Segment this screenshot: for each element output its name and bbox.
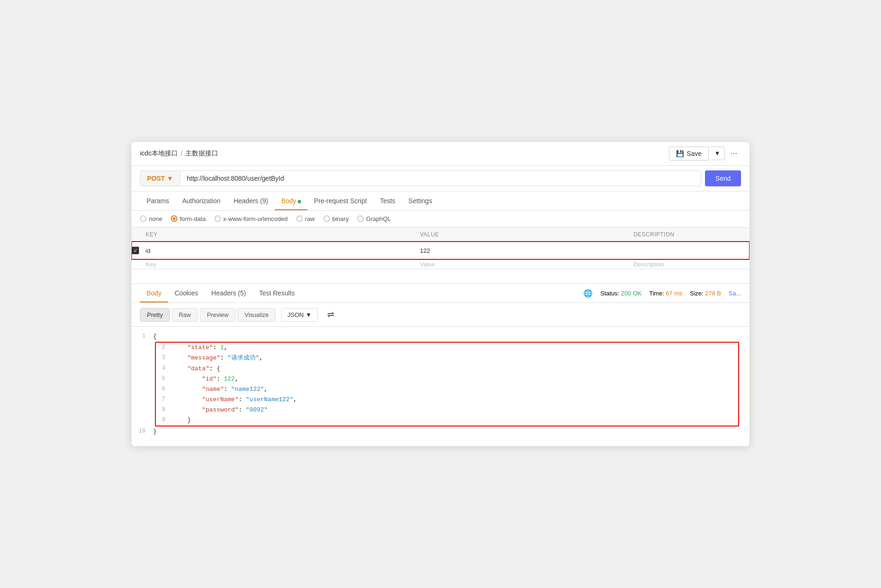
size-label: Size: 278 B — [690, 290, 721, 297]
save-icon: 💾 — [676, 150, 684, 157]
key-placeholder: Key — [139, 256, 162, 272]
json-line-1: 1 { — [136, 331, 741, 342]
tab-body[interactable]: Body — [275, 191, 308, 210]
time-value: 67 ms — [666, 290, 682, 297]
top-bar-actions: 💾 Save ▼ ··· — [669, 147, 741, 161]
size-value: 278 B — [705, 290, 721, 297]
col-description: DESCRIPTION — [627, 228, 749, 242]
save-label: Save — [687, 150, 702, 157]
empty-checkbox-cell — [132, 259, 139, 269]
body-type-raw[interactable]: raw — [296, 215, 315, 222]
radio-form-data — [171, 215, 177, 222]
status-label: Status: 200 OK — [600, 290, 641, 297]
form-table: KEY VALUE DESCRIPTION ✓ — [132, 228, 749, 270]
json-highlight: 2 "state": 1, 3 "message": "请求成功", 4 "da… — [155, 342, 739, 426]
desc-placeholder: Description — [627, 256, 670, 272]
response-tabs-row: Body Cookies Headers (5) Test Results 🌐 … — [132, 284, 749, 303]
json-line-8: 8 "password": "9092" — [156, 405, 738, 415]
format-select[interactable]: JSON ▼ — [281, 308, 318, 322]
body-dot — [298, 200, 301, 203]
radio-binary — [323, 215, 330, 222]
json-line-2: 2 "state": 1, — [156, 343, 738, 353]
chevron-down-icon: ▼ — [714, 150, 720, 157]
value-input[interactable] — [413, 243, 627, 259]
body-type-form-data[interactable]: form-data — [171, 215, 206, 222]
globe-icon: 🌐 — [583, 289, 593, 298]
json-line-6: 6 "name": "name122", — [156, 384, 738, 395]
response-tab-body[interactable]: Body — [140, 284, 168, 302]
row-checkbox-cell: ✓ — [132, 242, 139, 259]
view-raw-button[interactable]: Raw — [172, 308, 198, 322]
tab-tests[interactable]: Tests — [374, 191, 402, 210]
value-placeholder: Value — [413, 256, 441, 272]
radio-graphql — [357, 215, 364, 222]
view-pretty-button[interactable]: Pretty — [140, 308, 170, 322]
status-value: 200 OK — [621, 290, 642, 297]
radio-urlencoded — [214, 215, 221, 222]
view-row: Pretty Raw Preview Visualize JSON ▼ ⇌ — [132, 303, 749, 327]
row-value-cell[interactable] — [413, 242, 627, 259]
save-dropdown-button[interactable]: ▼ — [711, 147, 725, 160]
json-line-9: 9 } — [156, 415, 738, 426]
json-line-7: 7 "userName": "userName122", — [156, 395, 738, 405]
response-tab-headers[interactable]: Headers (5) — [205, 284, 253, 302]
body-type-none[interactable]: none — [140, 215, 162, 222]
json-line-10: 10 } — [136, 426, 741, 437]
method-chevron-icon: ▼ — [167, 175, 173, 182]
format-label: JSON — [287, 311, 304, 318]
json-viewer: 1 { 2 "state": 1, 3 "message": "请求成功", — [132, 327, 749, 446]
response-tab-test-results[interactable]: Test Results — [252, 284, 301, 302]
body-type-graphql[interactable]: GraphQL — [357, 215, 391, 222]
method-select[interactable]: POST ▼ — [140, 170, 180, 186]
checkbox-checked[interactable]: ✓ — [132, 247, 139, 254]
view-visualize-button[interactable]: Visualize — [237, 308, 276, 322]
wrap-button[interactable]: ⇌ — [323, 308, 338, 322]
top-bar: icdc本地接口 / 主数据接口 💾 Save ▼ ··· — [132, 142, 749, 166]
body-type-urlencoded[interactable]: x-www-form-urlencoded — [214, 215, 288, 222]
tab-authorization[interactable]: Authorization — [176, 191, 227, 210]
empty-desc-cell[interactable]: Description — [627, 259, 749, 269]
response-section: Body Cookies Headers (5) Test Results 🌐 … — [132, 283, 749, 446]
empty-value-cell[interactable]: Value — [413, 259, 627, 269]
json-line-3: 3 "message": "请求成功", — [156, 353, 738, 363]
tab-params[interactable]: Params — [140, 191, 176, 210]
col-check — [132, 228, 139, 242]
radio-raw — [296, 215, 303, 222]
tab-headers[interactable]: Headers (9) — [227, 191, 275, 210]
row-key-cell[interactable] — [139, 242, 413, 259]
format-chevron-icon: ▼ — [306, 311, 312, 318]
tab-settings[interactable]: Settings — [402, 191, 439, 210]
body-type-row: none form-data x-www-form-urlencoded raw… — [132, 211, 749, 228]
response-tabs: Body Cookies Headers (5) Test Results — [140, 284, 301, 302]
breadcrumb: icdc本地接口 / 主数据接口 — [140, 149, 218, 158]
breadcrumb-part1: icdc本地接口 — [140, 149, 178, 158]
send-button[interactable]: Send — [705, 170, 741, 186]
more-button[interactable]: ··· — [727, 147, 741, 160]
json-line-4: 4 "data": { — [156, 364, 738, 374]
col-key: KEY — [139, 228, 413, 242]
col-value: VALUE — [413, 228, 627, 242]
breadcrumb-part2: 主数据接口 — [185, 149, 218, 158]
body-type-binary[interactable]: binary — [323, 215, 349, 222]
main-window: icdc本地接口 / 主数据接口 💾 Save ▼ ··· POST ▼ Sen… — [132, 142, 749, 446]
view-preview-button[interactable]: Preview — [200, 308, 235, 322]
save-response-button[interactable]: Sa... — [728, 290, 741, 297]
response-meta: 🌐 Status: 200 OK Time: 67 ms Size: 278 B… — [583, 289, 741, 298]
radio-none — [140, 215, 147, 222]
breadcrumb-separator: / — [181, 150, 183, 157]
table-row-empty: Key Value Description — [132, 259, 749, 269]
save-button[interactable]: 💾 Save — [669, 147, 709, 161]
json-line-5: 5 "id": 122, — [156, 374, 738, 384]
form-table-container: KEY VALUE DESCRIPTION ✓ — [132, 228, 749, 270]
key-input[interactable] — [139, 243, 413, 259]
empty-key-cell[interactable]: Key — [139, 259, 413, 269]
url-bar: POST ▼ Send — [132, 166, 749, 191]
method-label: POST — [147, 175, 165, 182]
url-input[interactable] — [180, 170, 701, 186]
time-label: Time: 67 ms — [649, 290, 683, 297]
response-tab-cookies[interactable]: Cookies — [168, 284, 205, 302]
tab-pre-request-script[interactable]: Pre-request Script — [308, 191, 374, 210]
request-tabs-row: Params Authorization Headers (9) Body Pr… — [132, 191, 749, 211]
